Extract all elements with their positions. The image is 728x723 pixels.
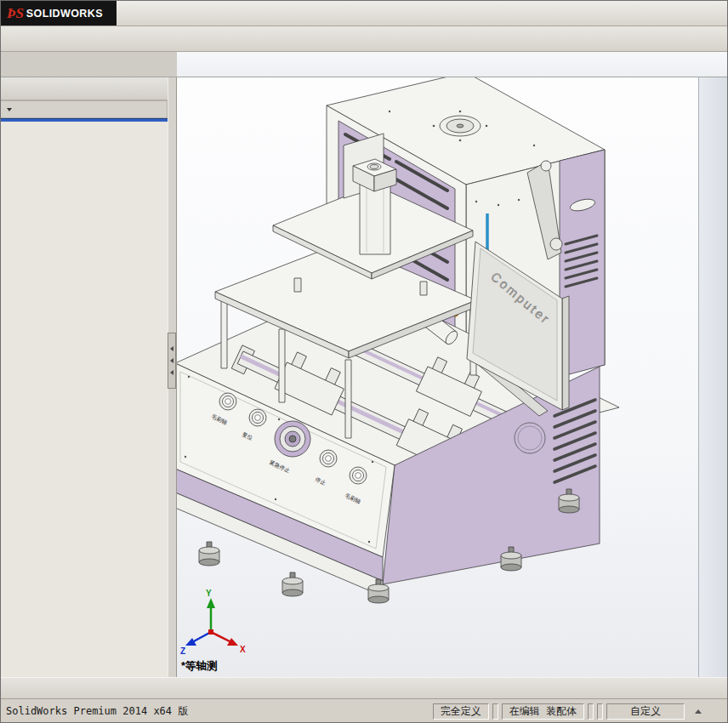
filter-caret-icon (7, 108, 12, 111)
manager-tab-bar (1, 77, 176, 100)
menubar (117, 1, 123, 26)
view-orientation-label: *等轴测 (181, 659, 217, 674)
solidworks-logo-mark: ϷS (7, 5, 24, 22)
panel-splitter[interactable] (168, 77, 176, 677)
status-separator (597, 703, 603, 720)
titlebar: ϷS SOLIDWORKS (1, 1, 727, 26)
main-area: Computer 毛刷轴 复位 紧急停止 停止 毛刷轴 (1, 77, 727, 677)
feature-manager-panel (1, 77, 177, 677)
window-buttons (720, 1, 727, 26)
statusbar: SolidWorks Premium 2014 x64 版 完全定义 在编辑 装… (1, 699, 727, 723)
commandmanager-tabs (1, 52, 177, 77)
units-caret-icon[interactable] (695, 709, 702, 714)
graphics-area[interactable]: Computer 毛刷轴 复位 紧急停止 停止 毛刷轴 (177, 77, 698, 677)
viewport-top-band (177, 52, 727, 77)
splitter-handle[interactable] (168, 333, 176, 389)
triad-y-label: Y (206, 589, 212, 598)
solidworks-logo: ϷS SOLIDWORKS (1, 1, 117, 26)
sketch-toolbar (1, 677, 727, 699)
status-custom-units[interactable]: 自定义 (606, 703, 685, 720)
reference-triad (185, 598, 238, 646)
pin-icon[interactable] (123, 1, 142, 26)
solidworks-brand: SOLIDWORKS (26, 8, 103, 20)
model-3d: Computer 毛刷轴 复位 紧急停止 停止 毛刷轴 (177, 77, 698, 677)
panel-empty-area (1, 122, 168, 677)
collapse-arrow-icon (170, 346, 173, 351)
collapse-arrow-icon (170, 370, 173, 375)
solidworks-window: ϷS SOLIDWORKS (0, 0, 728, 723)
triad-x-label: X (240, 645, 246, 654)
status-editing-assembly: 在编辑 装配体 (502, 703, 584, 720)
collapse-arrow-icon (170, 358, 173, 363)
task-pane (698, 77, 728, 677)
status-fully-defined: 完全定义 (433, 703, 489, 720)
tab-band (1, 52, 727, 77)
app-version-text: SolidWorks Premium 2014 x64 版 (4, 704, 431, 719)
triad-z-label: Z (180, 646, 185, 656)
assembly-toolbar (1, 26, 727, 52)
status-separator (492, 703, 498, 720)
status-separator (588, 703, 594, 720)
filter-bar[interactable] (1, 100, 168, 118)
